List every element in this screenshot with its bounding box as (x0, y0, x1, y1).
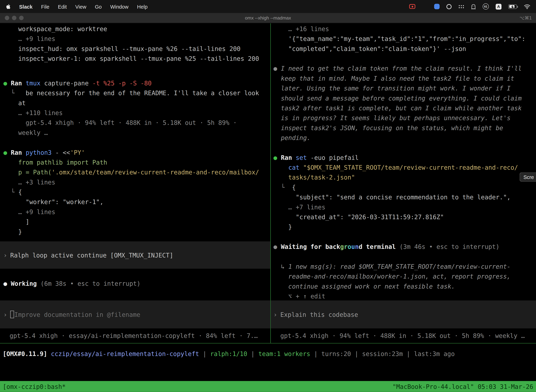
terminal-line: workspace_mode: worktree (0, 24, 270, 34)
terminal-line: at (0, 98, 270, 108)
input-source-icon[interactable]: A (496, 4, 502, 9)
menu-bar: Slack File Edit View Go Window Help 61 A (0, 0, 536, 13)
terminal-line: } (271, 222, 536, 232)
window-shortcut-badge: ⌥⌘1 (519, 15, 536, 20)
notice-band: ›Ralph loop active continue [OMX_TMUX_IN… (0, 241, 270, 269)
terminal-window: omx --xhigh --madmax ⌥⌘1 workspace_mode:… (0, 13, 536, 392)
terminal-content: workspace_mode: worktree … +9 lines insp… (0, 23, 536, 392)
omx-session-status: [OMX#0.11.9] cczip/essay/ai-reimplementa… (0, 349, 536, 359)
terminal-line: ↳ 1 new msg(s): read $OMX_TEAM_STATE_ROO… (271, 261, 536, 271)
battery-icon[interactable] (508, 4, 517, 9)
terminal-line: "subject": "send a concise recommendatio… (271, 192, 536, 202)
window-titlebar[interactable]: omx --xhigh --madmax ⌥⌘1 (0, 13, 536, 23)
terminal-gap (271, 232, 536, 242)
input-suggestion: Explain this codebase (280, 309, 358, 319)
menu-view[interactable]: View (75, 4, 86, 9)
terminal-line: ● I need to get the claim token from the… (271, 64, 536, 73)
terminal-line: … +9 lines (0, 207, 270, 217)
tmux-pane-left[interactable]: workspace_mode: worktree … +9 lines insp… (0, 23, 270, 343)
terminal-line: … +9 lines (0, 34, 270, 44)
terminal-line: gpt-5.4 xhigh · 94% left · 488K in · 5.1… (0, 118, 270, 128)
terminal-line: weekly … (0, 128, 270, 138)
terminal-line: pending. (271, 133, 536, 143)
terminal-line: continue assigned work or next feasible … (271, 281, 536, 291)
window-title: omx --xhigh --madmax (0, 15, 536, 20)
terminal-gap (0, 269, 270, 279)
terminal-line: later. Using the same for transition mig… (271, 83, 536, 93)
terminal-line: ● Ran tmux capture-pane -t %25 -p -S -80 (0, 78, 270, 88)
terminal-line: ● Ran set -euo pipefail (271, 153, 536, 163)
terminal-output: workspace_mode: worktree … +9 lines insp… (0, 23, 270, 288)
terminal-line: "created_at": "2026-03-31T11:59:27.816Z" (271, 212, 536, 222)
tmux-status-bar: [omx-cczip0:bash* "MacBook-Pro-44.local"… (0, 381, 536, 392)
app-grid-icon[interactable] (422, 4, 427, 9)
terminal-line: should send a message before completing … (271, 93, 536, 103)
terminal-line: } (0, 227, 270, 237)
model-statusline: gpt-5.4 xhigh · essay/ai-reimplementatio… (0, 328, 270, 343)
dot-grid-icon[interactable] (459, 5, 464, 8)
terminal-line: tasks/task-2.json" (271, 173, 536, 182)
terminal-line: inspect_worker-1: omx sparkshell --tmux-… (0, 54, 270, 63)
prompt-input[interactable]: ›Explain this codebase (271, 300, 536, 328)
terminal-line: keep that in mind. Maybe I also need the… (271, 73, 536, 83)
terminal-line: '{"team_name":"my-team","task_id":"1","f… (271, 34, 536, 44)
terminal-line: p = Path('.omx/state/team/review-current… (0, 167, 270, 177)
tmux-pane-right[interactable]: … +16 lines '{"team_name":"my-team","tas… (271, 23, 536, 343)
terminal-line: └ be necessary for the end of the README… (0, 88, 270, 98)
terminal-line: inspect task2's JSON, focusing on the st… (271, 123, 536, 133)
wifi-icon[interactable] (524, 4, 531, 9)
terminal-line: └ { (271, 182, 536, 192)
terminal-output: … +16 lines '{"team_name":"my-team","tas… (271, 23, 536, 301)
temp-badge-icon[interactable]: 61 (483, 3, 489, 9)
terminal-line: inspect_hud: omx sparkshell --tmux-pane … (0, 44, 270, 54)
terminal-line: "completed","claim_token":"claim-token"}… (271, 44, 536, 54)
terminal-line: … +7 lines (271, 202, 536, 212)
terminal-line: ] (0, 217, 270, 227)
terminal-line: └ { (0, 187, 270, 197)
menu-go[interactable]: Go (95, 4, 102, 9)
terminal-line: ● Ran python3 - <<'PY' (0, 148, 270, 157)
tmux-session-label: [omx-cczip0:bash* (3, 382, 66, 391)
tmux-host-clock: "MacBook-Pro-44.local" 05:03 31-Mar-26 (392, 382, 533, 391)
model-statusline: gpt-5.4 xhigh · 94% left · 488K in · 5.1… (271, 328, 536, 343)
ghostty-icon[interactable] (471, 4, 476, 9)
menu-window[interactable]: Window (110, 4, 129, 9)
prompt-chevron: › (3, 309, 10, 319)
screen-recording-icon[interactable] (409, 4, 415, 9)
terminal-line: from pathlib import Path (0, 157, 270, 167)
menu-app-name[interactable]: Slack (19, 4, 33, 9)
tmux-pane-bottom[interactable]: [OMX#0.11.9] cczip/essay/ai-reimplementa… (0, 344, 536, 392)
input-placeholder: Improve documentation in @filename (14, 309, 140, 319)
terminal-line: ⌥ + ↑ edit (271, 291, 536, 301)
screenshot-toast: Scre (520, 173, 536, 182)
terminal-line: … +3 lines (0, 177, 270, 187)
ring-app-icon[interactable] (446, 4, 452, 9)
tmux-panes: workspace_mode: worktree … +9 lines insp… (0, 23, 536, 343)
terminal-line: readme-and-reco/mailbox/worker-1.json, a… (271, 271, 536, 281)
terminal-line: ● Waiting for background terminal (3m 46… (271, 242, 536, 252)
terminal-line: ● Working (6m 38s • esc to interrupt) (0, 279, 270, 288)
menu-file[interactable]: File (41, 4, 49, 9)
text-cursor (10, 311, 14, 318)
prompt-chevron: › (3, 250, 10, 260)
terminal-line: cat "$OMX_TEAM_STATE_ROOT/team/review-cu… (271, 163, 536, 172)
terminal-line: … +110 lines (0, 108, 270, 118)
terminal-line: task2 after task1 is complete, but can I… (271, 103, 536, 113)
terminal-gap (0, 138, 270, 147)
desktop: Slack File Edit View Go Window Help 61 A (0, 0, 536, 392)
terminal-gap (271, 252, 536, 261)
prompt-input[interactable]: ›Improve documentation in @filename (0, 300, 270, 328)
terminal-line: … +16 lines (271, 24, 536, 34)
terminal-gap (271, 54, 536, 63)
terminal-gap (271, 143, 536, 153)
menu-help[interactable]: Help (137, 4, 148, 9)
terminal-gap (0, 64, 270, 78)
terminal-line: is in progress? It seems likely but perh… (271, 113, 536, 123)
prompt-chevron: › (273, 309, 280, 319)
menu-edit[interactable]: Edit (58, 4, 67, 9)
apple-menu-icon[interactable] (5, 3, 10, 9)
terminal-gap (0, 237, 270, 241)
blue-app-icon[interactable] (434, 4, 440, 9)
pane-bottom: ›Explain this codebase gpt-5.4 xhigh · 9… (271, 300, 536, 343)
terminal-line: "worker": "worker-1", (0, 197, 270, 207)
